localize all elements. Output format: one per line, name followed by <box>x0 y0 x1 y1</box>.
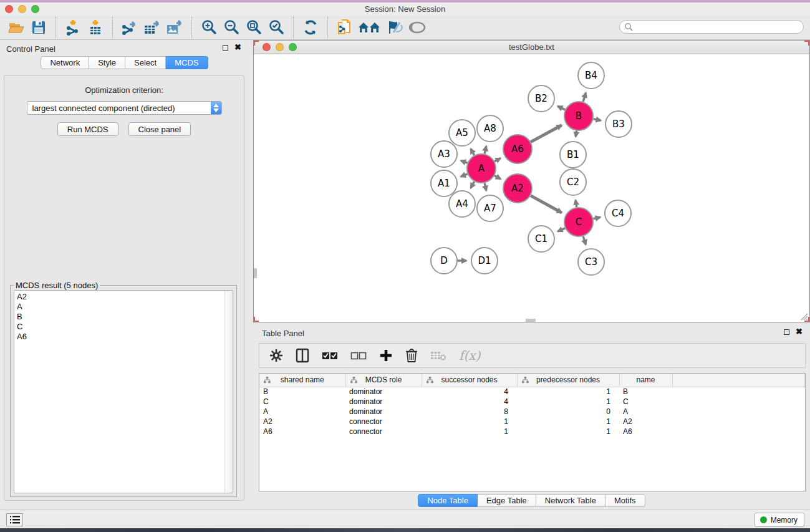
graph-edge[interactable] <box>471 181 475 188</box>
float-panel-icon[interactable] <box>223 45 228 51</box>
graph-edge[interactable] <box>461 174 468 177</box>
graph-node[interactable]: A5 <box>449 120 475 146</box>
graph-edge[interactable] <box>557 228 565 231</box>
search-input[interactable] <box>633 21 803 32</box>
mcds-result-item[interactable]: C <box>17 322 233 332</box>
table-row[interactable]: A6connector11A6 <box>259 427 805 437</box>
table-row[interactable]: Cdominator41C <box>259 397 805 407</box>
status-list-button[interactable] <box>6 513 23 526</box>
graph-node[interactable]: C1 <box>528 226 554 252</box>
result-list-scrollbar[interactable] <box>224 291 233 493</box>
zoom-selected-button[interactable] <box>265 17 287 38</box>
save-session-button[interactable] <box>27 17 50 38</box>
export-network-button[interactable] <box>118 17 141 38</box>
close-panel-icon[interactable]: ✖ <box>234 44 241 51</box>
tab-select[interactable]: Select <box>125 56 166 69</box>
select-all-button[interactable] <box>322 351 338 360</box>
table-row[interactable]: A2connector11A2 <box>259 417 805 427</box>
tab-network[interactable]: Network <box>41 56 89 69</box>
column-header-shared-name[interactable]: shared name <box>259 374 345 387</box>
table-row[interactable]: Adominator80A <box>259 407 805 417</box>
graph-edge[interactable] <box>594 119 601 120</box>
export-image-button[interactable] <box>163 17 186 38</box>
hide-graphics-details-button[interactable] <box>383 17 406 38</box>
table-row[interactable]: Bdominator41B <box>259 387 805 397</box>
graph-edge[interactable] <box>576 200 577 208</box>
graph-node[interactable]: D <box>431 248 457 274</box>
import-network-button[interactable] <box>62 17 84 38</box>
graph-node[interactable]: B2 <box>528 85 554 112</box>
graph-node[interactable]: A <box>467 154 496 183</box>
mcds-result-item[interactable]: A6 <box>17 332 233 342</box>
refresh-button[interactable] <box>299 17 322 38</box>
close-panel-button[interactable]: Close panel <box>128 122 191 136</box>
column-header-predecessor-nodes[interactable]: predecessor nodes <box>517 374 619 387</box>
tab-style[interactable]: Style <box>89 56 125 69</box>
criterion-select[interactable]: largest connected component (directed) <box>27 101 222 115</box>
graph-edge[interactable] <box>461 160 468 163</box>
tab-edge-table[interactable]: Edge Table <box>478 494 536 507</box>
zoom-in-button[interactable] <box>198 17 220 38</box>
graph-node[interactable]: C2 <box>560 169 586 195</box>
float-panel-icon[interactable] <box>784 329 789 335</box>
graph-node[interactable]: B3 <box>605 111 632 137</box>
deselect-all-button[interactable] <box>350 351 367 360</box>
mcds-result-item[interactable]: A <box>17 302 233 312</box>
graph-edge[interactable] <box>593 217 600 219</box>
memory-button[interactable]: Memory <box>755 513 804 527</box>
graph-edge[interactable] <box>494 176 501 179</box>
zoom-out-button[interactable] <box>220 17 243 38</box>
graph-edge[interactable] <box>583 93 586 102</box>
graph-node[interactable]: C4 <box>605 200 631 226</box>
graph-node[interactable]: C3 <box>578 249 604 275</box>
graph-edge[interactable] <box>576 131 576 137</box>
show-details-eye-button[interactable] <box>406 17 428 38</box>
graph-node[interactable]: C <box>564 208 593 236</box>
column-header-successor-nodes[interactable]: successor nodes <box>422 374 517 387</box>
import-table-button[interactable] <box>84 17 107 38</box>
delete-table-button[interactable] <box>430 350 446 361</box>
delete-row-button[interactable] <box>405 348 418 363</box>
export-table-button[interactable] <box>141 17 163 38</box>
graph-node[interactable]: D1 <box>471 248 498 274</box>
close-panel-icon[interactable]: ✖ <box>796 329 803 335</box>
vertical-scrollbar-thumb[interactable] <box>254 268 257 278</box>
graph-node[interactable]: A8 <box>477 115 503 142</box>
graph-node[interactable]: A4 <box>449 191 475 217</box>
duplicate-network-button[interactable] <box>334 17 356 38</box>
column-header-name[interactable]: name <box>619 374 672 387</box>
tab-network-table[interactable]: Network Table <box>536 494 605 507</box>
graph-node[interactable]: A3 <box>431 141 457 167</box>
settings-gear-button[interactable] <box>269 349 283 362</box>
zoom-fit-button[interactable] <box>243 17 265 38</box>
home-overview-button[interactable] <box>356 17 383 38</box>
graph-edge[interactable] <box>531 125 562 142</box>
graph-edge[interactable] <box>485 183 486 190</box>
graph-node[interactable]: A1 <box>431 170 457 196</box>
graph-node[interactable]: A7 <box>477 195 503 221</box>
graph-node[interactable]: B1 <box>560 142 586 168</box>
graph-node[interactable]: B <box>564 102 593 130</box>
mcds-result-item[interactable]: B <box>17 312 233 322</box>
graph-node[interactable]: A2 <box>503 174 532 203</box>
column-header-mcds-role[interactable]: MCDS role <box>345 374 422 387</box>
network-canvas[interactable]: B4B2BB3B1A5A8A6A3AA1A4A7A2C2CC4C1C3DD1 <box>254 54 809 322</box>
graph-edge[interactable] <box>494 158 501 162</box>
tab-node-table[interactable]: Node Table <box>418 494 478 507</box>
graph-edge[interactable] <box>471 149 475 155</box>
mcds-result-item[interactable]: A2 <box>17 292 233 302</box>
graph-node[interactable]: B4 <box>578 62 604 89</box>
tab-mcds[interactable]: MCDS <box>166 56 208 69</box>
column-selector-button[interactable] <box>296 348 309 363</box>
open-session-button[interactable] <box>5 17 27 38</box>
horizontal-scrollbar-thumb[interactable] <box>526 319 536 322</box>
graph-node[interactable]: A6 <box>503 135 532 163</box>
graph-edge[interactable] <box>531 196 562 213</box>
apply-function-button[interactable]: f(x) <box>459 348 480 363</box>
run-mcds-button[interactable]: Run MCDS <box>57 122 118 136</box>
graph-edge[interactable] <box>485 146 486 153</box>
tab-motifs[interactable]: Motifs <box>605 494 645 507</box>
graph-edge[interactable] <box>583 236 586 244</box>
graph-edge[interactable] <box>557 106 565 110</box>
add-row-button[interactable] <box>379 349 393 362</box>
